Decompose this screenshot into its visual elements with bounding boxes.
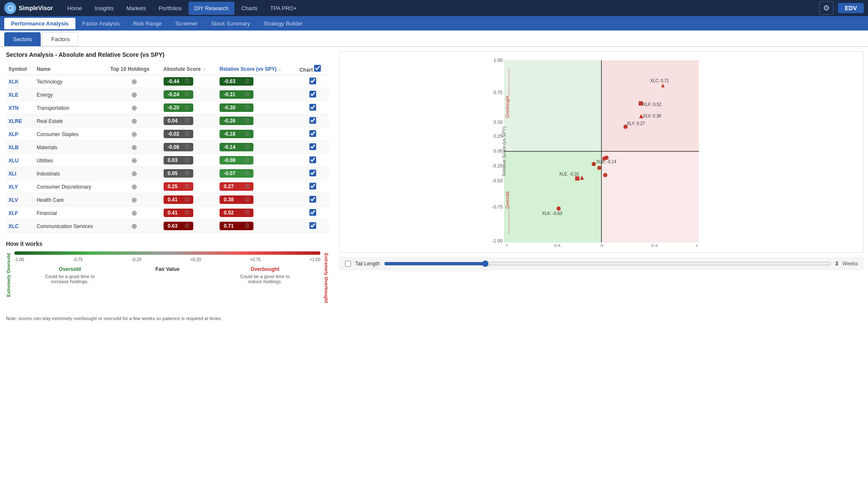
sector-name: Energy bbox=[36, 92, 53, 98]
holdings-icon[interactable]: ⊕ bbox=[131, 117, 137, 125]
subnav-screener[interactable]: Screener bbox=[168, 18, 204, 29]
sector-name: Health Care bbox=[36, 197, 64, 203]
rel-score-badge: -0.07 ⓘ bbox=[220, 169, 253, 178]
scale-desc: Oversold Could be a good time to increas… bbox=[14, 266, 320, 284]
app-logo[interactable]: ⬡ SimpleVisor bbox=[4, 2, 53, 14]
symbol-link[interactable]: XLK bbox=[8, 79, 19, 85]
row-chart-checkbox[interactable] bbox=[309, 117, 316, 124]
holdings-icon[interactable]: ⊕ bbox=[131, 157, 137, 164]
svg-text:XLE: -0.31: XLE: -0.31 bbox=[559, 172, 579, 176]
tab-factors[interactable]: Factors bbox=[42, 32, 78, 46]
svg-text:-1: -1 bbox=[504, 244, 508, 247]
subnav-risk-range[interactable]: Risk Range bbox=[126, 18, 168, 29]
row-chart-checkbox[interactable] bbox=[309, 156, 316, 163]
col-abs-score[interactable]: Absolute Score ↕ bbox=[161, 63, 217, 75]
row-chart-checkbox[interactable] bbox=[309, 222, 316, 229]
abs-score-badge: 0.05 ⓘ bbox=[164, 169, 193, 178]
table-row: XLU Utilities ⊕ 0.03 ⓘ -0.08 ⓘ bbox=[6, 154, 329, 167]
holdings-icon[interactable]: ⊕ bbox=[131, 131, 137, 138]
main-layout: Sectors Analysis - Absolute and Relative… bbox=[0, 47, 868, 325]
symbol-link[interactable]: XLP bbox=[8, 131, 18, 137]
symbol-link[interactable]: XLB bbox=[8, 145, 19, 150]
ticker-badge[interactable]: EDV bbox=[838, 3, 864, 13]
table-row: XTN Transportation ⊕ -0.20 ⓘ -0.30 ⓘ bbox=[6, 101, 329, 114]
symbol-link[interactable]: XLY bbox=[8, 184, 18, 190]
row-chart-checkbox[interactable] bbox=[309, 170, 316, 176]
scale-labels: -1.00-0.75-0.20+0.20+0.75+1.00 bbox=[14, 257, 320, 262]
svg-text:0.50: 0.50 bbox=[494, 120, 503, 125]
left-panel: Sectors Analysis - Absolute and Relative… bbox=[0, 47, 335, 325]
nav-markets[interactable]: Markets bbox=[120, 2, 152, 15]
tail-length-slider[interactable] bbox=[384, 260, 831, 267]
symbol-link[interactable]: XLF bbox=[8, 210, 18, 216]
symbol-link[interactable]: XLRE bbox=[8, 118, 22, 124]
tail-length-checkbox[interactable] bbox=[345, 261, 351, 267]
svg-point-34 bbox=[597, 166, 601, 170]
abs-score-badge: -0.20 ⓘ bbox=[164, 103, 193, 112]
sector-name: Transportation bbox=[36, 105, 69, 111]
row-chart-checkbox[interactable] bbox=[309, 104, 316, 111]
table-row: XLP Consumer Staples ⊕ -0.02 ⓘ -0.18 ⓘ bbox=[6, 128, 329, 141]
holdings-icon[interactable]: ⊕ bbox=[131, 144, 137, 151]
abs-score-badge: -0.02 ⓘ bbox=[164, 130, 193, 138]
nav-insights[interactable]: Insights bbox=[89, 2, 120, 15]
symbol-link[interactable]: XLV bbox=[8, 197, 18, 203]
holdings-icon[interactable]: ⊕ bbox=[131, 104, 137, 111]
row-chart-checkbox[interactable] bbox=[309, 130, 316, 137]
rel-score-badge: -0.63 ⓘ bbox=[220, 77, 253, 86]
tail-length-label: Tail Length bbox=[355, 261, 380, 267]
nav-charts[interactable]: Charts bbox=[235, 2, 263, 15]
rel-score-badge: -0.08 ⓘ bbox=[220, 156, 253, 164]
svg-text:-0.75: -0.75 bbox=[492, 204, 503, 209]
holdings-icon[interactable]: ⊕ bbox=[131, 78, 137, 85]
help-icon[interactable]: ⚙ bbox=[819, 1, 834, 15]
row-chart-checkbox[interactable] bbox=[309, 91, 316, 98]
col-rel-score[interactable]: Relative Score (vs SPY) ↕ bbox=[217, 63, 297, 75]
nav-home[interactable]: Home bbox=[61, 2, 88, 15]
holdings-icon[interactable]: ⊕ bbox=[131, 170, 137, 177]
rel-score-badge: 0.52 ⓘ bbox=[220, 209, 253, 217]
svg-text:-0.50: -0.50 bbox=[492, 178, 503, 183]
svg-text:-1.00: -1.00 bbox=[492, 238, 503, 243]
holdings-icon[interactable]: ⊕ bbox=[131, 183, 137, 190]
symbol-link[interactable]: XTN bbox=[8, 105, 19, 111]
row-chart-checkbox[interactable] bbox=[309, 78, 316, 84]
svg-text:-0.5: -0.5 bbox=[553, 244, 561, 247]
tab-sectors[interactable]: Sectors bbox=[4, 32, 41, 46]
holdings-icon[interactable]: ⊕ bbox=[131, 196, 137, 203]
chart-all-checkbox[interactable] bbox=[314, 65, 321, 72]
symbol-link[interactable]: XLU bbox=[8, 158, 19, 164]
svg-text:1: 1 bbox=[696, 244, 698, 247]
row-chart-checkbox[interactable] bbox=[309, 196, 316, 203]
svg-text:XLF: 0.52: XLF: 0.52 bbox=[643, 102, 662, 107]
nav-diy-research[interactable]: DIY Research bbox=[189, 2, 235, 15]
symbol-link[interactable]: XLE bbox=[8, 92, 18, 98]
symbol-link[interactable]: XLI bbox=[8, 171, 17, 177]
abs-score-badge: 0.41 ⓘ bbox=[164, 195, 193, 204]
row-chart-checkbox[interactable] bbox=[309, 183, 316, 189]
row-chart-checkbox[interactable] bbox=[309, 143, 316, 150]
extremely-overbought-label: Extremely Overbought bbox=[324, 253, 329, 303]
nav-right: ⚙ EDV bbox=[819, 1, 864, 15]
rel-score-badge: -0.14 ⓘ bbox=[220, 143, 253, 151]
subnav-factor-analysis[interactable]: Factor Analysis bbox=[75, 18, 126, 29]
holdings-icon[interactable]: ⊕ bbox=[131, 91, 137, 98]
holdings-icon[interactable]: ⊕ bbox=[131, 223, 137, 230]
tail-weeks-value: 3 bbox=[835, 261, 838, 267]
nav-items: Home Insights Markets Portfolios DIY Res… bbox=[61, 2, 820, 15]
row-chart-checkbox[interactable] bbox=[309, 209, 316, 216]
svg-rect-2 bbox=[504, 151, 601, 242]
holdings-icon[interactable]: ⊕ bbox=[131, 209, 137, 217]
svg-rect-42 bbox=[639, 101, 643, 106]
symbol-link[interactable]: XLC bbox=[8, 223, 19, 229]
subnav-strategy-builder[interactable]: Strategy Builder bbox=[257, 18, 310, 29]
abs-score-badge: 0.03 ⓘ bbox=[164, 156, 193, 164]
table-row: XLE Energy ⊕ -0.24 ⓘ -0.31 ⓘ bbox=[6, 88, 329, 101]
oversold-desc-text: Could be a good time to increase holding… bbox=[45, 274, 95, 284]
col-chart: Chart bbox=[297, 63, 329, 75]
nav-tpa-pro[interactable]: TPA PRO+ bbox=[264, 2, 303, 15]
svg-text:Oversold: Oversold bbox=[505, 192, 510, 209]
nav-portfolios[interactable]: Portfolios bbox=[153, 2, 187, 15]
subnav-performance-analysis[interactable]: Performance Analysis bbox=[4, 18, 75, 29]
subnav-stock-summary[interactable]: Stock Summary bbox=[204, 18, 257, 29]
